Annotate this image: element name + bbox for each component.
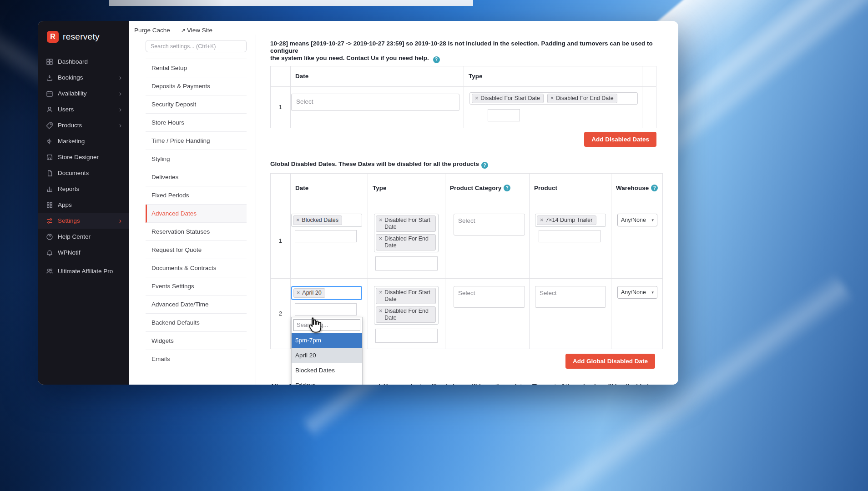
sidebar-item-documents[interactable]: Documents [38, 165, 129, 181]
column-header-date: Date [290, 66, 464, 86]
chevron-down-icon: ▾ [651, 290, 654, 295]
tag-disabled-for-start-date: ×Disabled For Start Date [472, 94, 544, 103]
date-search-input[interactable] [295, 303, 357, 316]
notification-bell-icon [46, 249, 53, 256]
product-select[interactable]: Select [535, 286, 606, 308]
help-icon[interactable]: ? [651, 185, 658, 191]
settings-menu-item-documents-contracts[interactable]: Documents & Contracts [146, 259, 247, 277]
topbar: Purge Cache ↗View Site [129, 21, 678, 35]
help-icon[interactable]: ? [504, 185, 510, 191]
settings-menu-item-advanced-date-time[interactable]: Advanced Date/Time [146, 296, 247, 314]
sidebar-item-ultimate-affiliate-pro[interactable]: Ultimate Affiliate Pro [38, 261, 129, 281]
add-disabled-dates-button[interactable]: Add Disabled Dates [584, 132, 656, 147]
product-category-select[interactable]: Select [454, 286, 525, 308]
marketing-icon [46, 138, 53, 145]
settings-menu-item-deposits-payments[interactable]: Deposits & Payments [146, 77, 247, 95]
brand-name: reservety [63, 32, 100, 42]
warehouse-select[interactable]: Any/None ▾ [617, 286, 657, 299]
remove-tag-icon[interactable]: × [296, 217, 299, 224]
app-window: R reservety Dashboard Bookings › Availab… [38, 21, 678, 385]
settings-menu-item-deliveries[interactable]: Deliveries [146, 168, 247, 186]
tag-blocked-dates: ×Blocked Dates [293, 215, 342, 225]
help-circle-icon [46, 233, 53, 240]
external-link-icon: ↗ [181, 27, 186, 34]
add-global-disabled-date-button[interactable]: Add Global Disabled Date [565, 354, 655, 369]
dropdown-search-input[interactable]: Searching... [293, 319, 360, 331]
sidebar-item-help-center[interactable]: Help Center [38, 229, 129, 245]
date-select[interactable]: Select [291, 94, 459, 111]
help-icon[interactable]: ? [481, 162, 488, 169]
settings-menu-item-rental-setup[interactable]: Rental Setup [146, 59, 247, 77]
product-category-select[interactable]: Select [454, 214, 525, 235]
remove-tag-icon[interactable]: × [379, 217, 382, 224]
settings-menu-item-advanced-dates[interactable]: Advanced Dates [146, 205, 247, 223]
sidebar-item-dashboard[interactable]: Dashboard [38, 54, 129, 70]
settings-menu-item-backend-defaults[interactable]: Backend Defaults [146, 314, 247, 332]
warehouse-select[interactable]: Any/None ▾ [617, 214, 657, 226]
remove-tag-icon[interactable]: × [550, 95, 554, 102]
type-search-input[interactable] [375, 256, 438, 271]
settings-search-input[interactable] [146, 40, 247, 52]
sidebar-item-users[interactable]: Users › [38, 101, 129, 117]
sidebar-item-wpnotif[interactable]: WPNotif [38, 245, 129, 261]
sidebar-item-apps[interactable]: Apps [38, 197, 129, 213]
column-header-type: Type [368, 174, 445, 203]
contact-us-link[interactable]: Contact Us [346, 55, 378, 61]
settings-menu-item-store-hours[interactable]: Store Hours [146, 114, 247, 132]
type-multiselect[interactable]: ×Disabled For Start Date ×Disabled For E… [374, 214, 439, 252]
sidebar-item-settings[interactable]: Settings › [38, 213, 129, 229]
settings-menu-item-widgets[interactable]: Widgets [146, 332, 247, 350]
background-window-sliver [109, 0, 473, 6]
settings-menu-item-time-price-handling[interactable]: Time / Price Handling [146, 132, 247, 150]
type-multiselect[interactable]: ×Disabled For Start Date ×Disabled For E… [469, 92, 638, 105]
settings-menu-item-styling[interactable]: Styling [146, 150, 247, 168]
date-search-input[interactable] [295, 230, 357, 242]
column-header-warehouse: Warehouse? [611, 174, 663, 203]
global-disabled-dates-table: Date Type Product Category? Product Ware… [270, 173, 663, 349]
row-number: 1 [271, 203, 290, 278]
remove-tag-icon[interactable]: × [379, 235, 382, 242]
sidebar-item-availability[interactable]: Availability › [38, 85, 129, 101]
products-icon [46, 122, 53, 129]
dropdown-option-fridays[interactable]: Fridays [292, 378, 362, 385]
settings-page-content: 10-28] means [2019-10-27 -> 2019-10-27 2… [256, 35, 678, 385]
chevron-right-icon: › [119, 122, 121, 129]
settings-menu-item-request-for-quote[interactable]: Request for Quote [146, 241, 247, 259]
settings-menu-item-fixed-periods[interactable]: Fixed Periods [146, 186, 247, 205]
remove-tag-icon[interactable]: × [475, 95, 478, 102]
date-multiselect[interactable]: ×Blocked Dates [291, 214, 362, 227]
purge-cache-link[interactable]: Purge Cache [134, 27, 170, 34]
date-multiselect-focused[interactable]: ×April 20 [291, 286, 362, 300]
settings-menu-item-security-deposit[interactable]: Security Deposit [146, 95, 247, 114]
remove-tag-icon[interactable]: × [379, 289, 382, 296]
sidebar-item-products[interactable]: Products › [38, 117, 129, 133]
product-search-input[interactable] [539, 230, 601, 242]
settings-menu-item-reservation-statuses[interactable]: Reservation Statuses [146, 223, 247, 241]
dropdown-option-april-20[interactable]: April 20 [292, 348, 362, 363]
settings-menu-item-events-settings[interactable]: Events Settings [146, 277, 247, 296]
help-icon[interactable]: ? [433, 56, 440, 63]
brand-logo[interactable]: R reservety [38, 21, 129, 50]
type-search-input[interactable] [488, 109, 520, 121]
type-multiselect[interactable]: ×Disabled For Start Date ×Disabled For E… [374, 286, 439, 325]
remove-tag-icon[interactable]: × [297, 290, 300, 296]
settings-menu: Rental Setup Deposits & Payments Securit… [129, 35, 256, 385]
dropdown-option-blocked-dates[interactable]: Blocked Dates [292, 363, 362, 378]
sidebar-item-reports[interactable]: Reports [38, 181, 129, 197]
column-header-actions [642, 66, 657, 86]
product-multiselect[interactable]: ×7×14 Dump Trailer [535, 214, 606, 227]
tag-disabled-for-end-date: ×Disabled For End Date [376, 306, 436, 323]
chevron-down-icon: ▾ [651, 218, 654, 222]
settings-menu-item-emails[interactable]: Emails [146, 350, 247, 368]
global-disabled-dates-heading: Global Disabled Dates. These Dates will … [270, 160, 663, 169]
remove-tag-icon[interactable]: × [379, 308, 382, 315]
settings-icon [46, 217, 53, 225]
sidebar-item-store-designer[interactable]: Store Designer [38, 149, 129, 165]
remove-tag-icon[interactable]: × [540, 217, 543, 224]
sidebar-item-bookings[interactable]: Bookings › [38, 70, 129, 85]
sidebar-item-marketing[interactable]: Marketing [38, 133, 129, 149]
chevron-right-icon: › [119, 106, 121, 113]
type-search-input[interactable] [375, 329, 438, 343]
dropdown-option-5pm-7pm[interactable]: 5pm-7pm [292, 333, 362, 348]
view-site-link[interactable]: ↗View Site [181, 27, 212, 34]
